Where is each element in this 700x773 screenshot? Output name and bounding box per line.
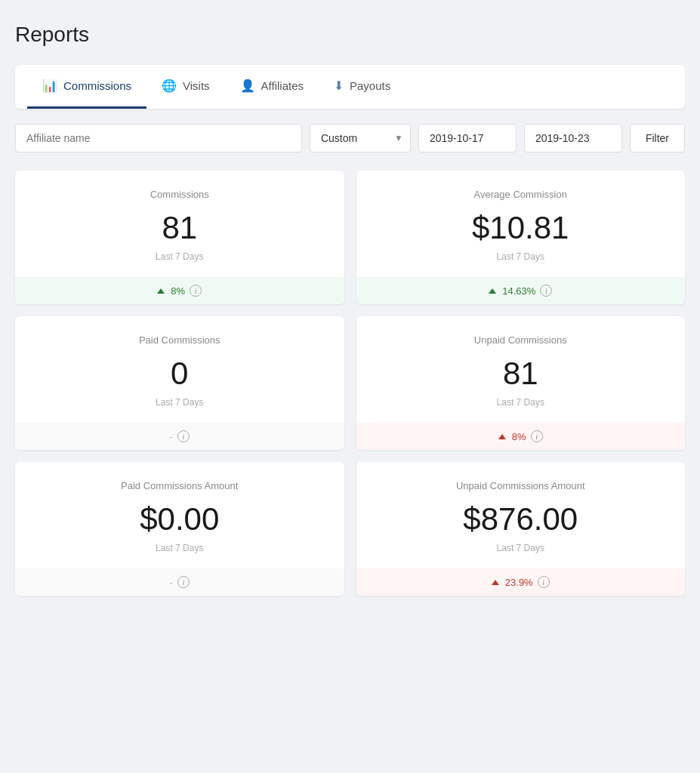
info-icon: i	[190, 285, 202, 297]
period-select[interactable]: Custom Last 7 Days Last 30 Days Last 90 …	[310, 124, 411, 152]
card-paid-commissions: Paid Commissions 0 Last 7 Days - i	[15, 316, 344, 450]
neutral-dash: -	[170, 577, 173, 588]
trend-arrow-up-icon	[157, 288, 165, 294]
card-body: Unpaid Commissions Amount $876.00 Last 7…	[356, 462, 686, 568]
card-label: Commissions	[30, 189, 329, 200]
card-value: $10.81	[372, 212, 671, 244]
info-icon: i	[531, 430, 543, 442]
tab-commissions[interactable]: 📊 Commissions	[27, 65, 146, 109]
trend-arrow-up-icon	[498, 434, 506, 439]
card-footer-text: 8%	[512, 431, 526, 442]
card-sublabel: Last 7 Days	[372, 543, 671, 553]
card-footer-text: 14.63%	[502, 285, 535, 297]
card-label: Unpaid Commissions	[372, 334, 671, 346]
card-footer-text: 23.9%	[505, 577, 533, 588]
tab-affiliates-label: Affiliates	[261, 79, 304, 92]
filter-button[interactable]: Filter	[630, 124, 685, 152]
card-footer: 8% i	[15, 277, 344, 304]
card-value: 0	[30, 358, 329, 390]
card-sublabel: Last 7 Days	[30, 543, 329, 553]
card-avg-commission: Average Commission $10.81 Last 7 Days 14…	[356, 171, 686, 304]
card-sublabel: Last 7 Days	[372, 251, 671, 262]
card-body: Average Commission $10.81 Last 7 Days	[356, 171, 686, 277]
payouts-icon: ⬇	[334, 79, 344, 93]
date-start-input[interactable]	[418, 124, 517, 152]
visits-icon: 🌐	[162, 79, 177, 93]
affiliates-icon: 👤	[240, 79, 255, 93]
card-label: Unpaid Commissions Amount	[372, 480, 671, 491]
card-footer: 14.63% i	[356, 277, 686, 304]
trend-arrow-up-icon	[492, 580, 499, 585]
cards-grid: Commissions 81 Last 7 Days 8% i Average …	[15, 171, 685, 596]
card-footer: 23.9% i	[356, 568, 686, 596]
card-value: $876.00	[372, 504, 671, 535]
card-paid-commissions-amount: Paid Commissions Amount $0.00 Last 7 Day…	[15, 462, 344, 596]
card-body: Paid Commissions Amount $0.00 Last 7 Day…	[15, 462, 344, 568]
card-sublabel: Last 7 Days	[30, 397, 329, 408]
tab-visits[interactable]: 🌐 Visits	[146, 65, 225, 109]
trend-arrow-up-icon	[489, 288, 496, 294]
info-icon: i	[177, 576, 190, 588]
card-body: Commissions 81 Last 7 Days	[15, 171, 344, 277]
tab-visits-label: Visits	[183, 79, 210, 92]
card-body: Unpaid Commissions 81 Last 7 Days	[356, 316, 686, 423]
card-value: $0.00	[30, 504, 329, 535]
card-unpaid-commissions-amount: Unpaid Commissions Amount $876.00 Last 7…	[356, 462, 686, 596]
commissions-icon: 📊	[42, 79, 57, 93]
info-icon: i	[540, 285, 552, 297]
date-end-input[interactable]	[524, 124, 622, 152]
info-icon: i	[177, 430, 190, 442]
period-select-wrapper: Custom Last 7 Days Last 30 Days Last 90 …	[310, 124, 411, 152]
tab-affiliates[interactable]: 👤 Affiliates	[225, 65, 319, 109]
card-unpaid-commissions: Unpaid Commissions 81 Last 7 Days 8% i	[356, 316, 686, 450]
card-footer-text: 8%	[171, 285, 185, 297]
card-value: 81	[372, 358, 671, 390]
info-icon: i	[538, 576, 550, 588]
card-body: Paid Commissions 0 Last 7 Days	[15, 316, 344, 423]
tab-payouts-label: Payouts	[350, 79, 390, 92]
card-sublabel: Last 7 Days	[30, 251, 329, 262]
filters-row: Custom Last 7 Days Last 30 Days Last 90 …	[15, 124, 685, 152]
page-title: Reports	[15, 23, 685, 47]
tabs-container: 📊 Commissions 🌐 Visits 👤 Affiliates ⬇ Pa…	[15, 65, 685, 109]
card-footer: 8% i	[356, 423, 686, 450]
card-label: Average Commission	[372, 189, 671, 200]
card-footer: - i	[15, 568, 344, 596]
card-label: Paid Commissions Amount	[30, 480, 329, 491]
card-commissions: Commissions 81 Last 7 Days 8% i	[15, 171, 344, 304]
card-sublabel: Last 7 Days	[372, 397, 671, 408]
tab-commissions-label: Commissions	[63, 79, 131, 92]
card-label: Paid Commissions	[30, 334, 329, 346]
tab-payouts[interactable]: ⬇ Payouts	[319, 65, 406, 109]
affiliate-name-input[interactable]	[15, 124, 302, 152]
card-footer: - i	[15, 423, 344, 450]
neutral-dash: -	[170, 431, 173, 442]
card-value: 81	[30, 212, 329, 244]
